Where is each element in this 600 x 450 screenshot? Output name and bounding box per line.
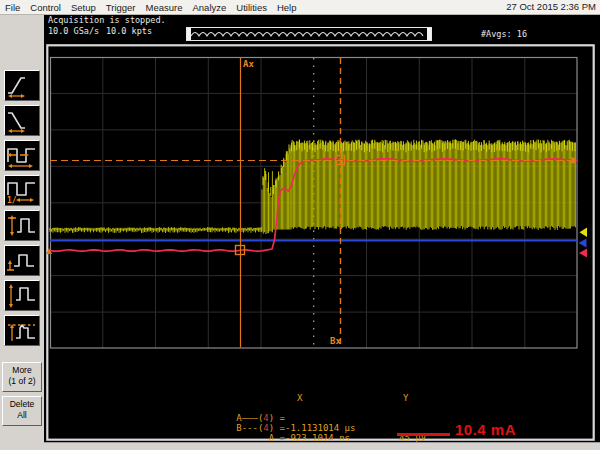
frequency-icon: 1/ <box>6 177 38 204</box>
delete-all-sub: All <box>3 410 41 421</box>
menu-analyze[interactable]: Analyze <box>187 2 231 13</box>
menu-bar: File Control Setup Trigger Measure Analy… <box>0 0 600 15</box>
scope-display[interactable] <box>46 44 597 441</box>
menu-help[interactable]: Help <box>272 2 302 13</box>
x-column-header: X <box>297 393 302 403</box>
scope-window: Acquisition is stopped. 10.0 GSa/s 10.0 … <box>44 14 600 442</box>
overshoot-icon <box>6 317 38 344</box>
vtop-icon <box>6 282 38 309</box>
ax-marker-label[interactable]: Ax <box>243 59 254 69</box>
clock-datetime: 27 Oct 2015 2:36 PM <box>506 1 596 12</box>
menu-measure[interactable]: Measure <box>141 2 188 13</box>
acquisition-status: Acquisition is stopped. <box>48 15 166 25</box>
preview-waveform-icon <box>191 28 429 40</box>
fall-time-icon <box>6 107 38 134</box>
vpp-button[interactable] <box>4 210 40 241</box>
more-button[interactable]: More (1 of 2) <box>2 362 42 392</box>
rise-time-button[interactable] <box>4 70 40 101</box>
delta-row: Δ = 190.0000 ns 24.895 mV <box>44 423 600 433</box>
menu-trigger[interactable]: Trigger <box>101 2 141 13</box>
averages-count: #Avgs: 16 <box>481 29 527 39</box>
period-button[interactable] <box>4 140 40 171</box>
vpp-icon <box>6 212 38 239</box>
marker-a-row: A———(4) = -1.1131014 µs 45 µV <box>44 403 600 413</box>
current-annotation: 10.4 mA <box>455 421 516 438</box>
vbase-button[interactable] <box>4 245 40 276</box>
vtop-button[interactable] <box>4 280 40 311</box>
acquisition-preview-bar[interactable] <box>186 27 432 41</box>
overshoot-button[interactable] <box>4 315 40 346</box>
measurement-sidebar: 1/ More <box>0 14 44 450</box>
more-button-sub: (1 of 2) <box>3 376 41 387</box>
bottom-strip <box>44 442 600 450</box>
delete-all-button[interactable]: Delete All <box>2 396 42 426</box>
frequency-icon-label: 1/ <box>7 196 17 204</box>
menu-setup[interactable]: Setup <box>66 2 101 13</box>
red-underline-annotation <box>397 433 450 436</box>
period-icon <box>6 142 38 169</box>
memory-depth: 10.0 kpts <box>106 26 152 36</box>
fall-time-button[interactable] <box>4 105 40 136</box>
marker-b-row: B---(4) = -923.1014 ns 24.939 mV <box>44 413 600 423</box>
y-column-header: Y <box>403 393 408 403</box>
more-button-label: More <box>3 365 41 376</box>
bx-marker-label[interactable]: Bx <box>330 336 341 346</box>
vbase-icon <box>6 247 38 274</box>
frequency-button[interactable]: 1/ <box>4 175 40 206</box>
sample-rate: 10.0 GSa/s <box>48 26 99 36</box>
rise-time-icon <box>6 72 38 99</box>
delete-all-label: Delete <box>3 399 41 410</box>
menu-control[interactable]: Control <box>25 2 66 13</box>
menu-utilities[interactable]: Utilities <box>231 2 272 13</box>
menu-file[interactable]: File <box>0 2 25 13</box>
